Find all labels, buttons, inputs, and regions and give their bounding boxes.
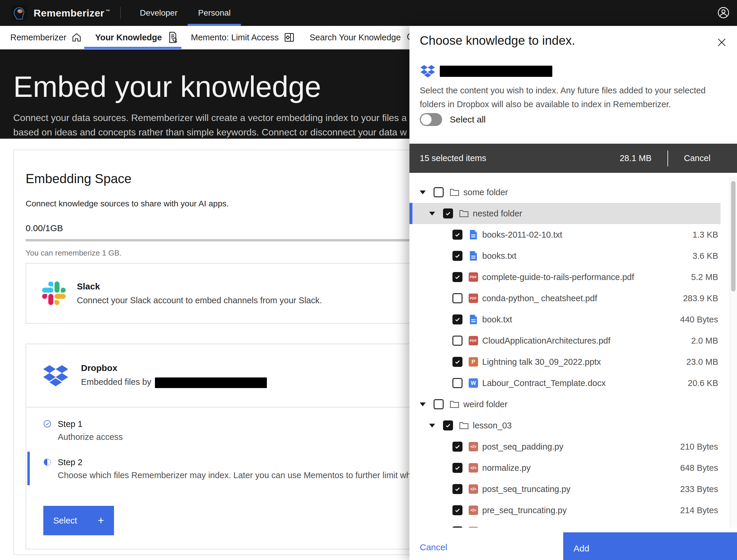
- file-row[interactable]: PLightning talk 30_09_2022.pptx23.0 MB: [410, 351, 721, 372]
- tab-personal[interactable]: Personal: [188, 0, 241, 26]
- redacted-email: [155, 377, 267, 388]
- checkbox[interactable]: [453, 357, 463, 367]
- tab-developer[interactable]: Developer: [130, 0, 188, 26]
- subnav-item-your-knowledge[interactable]: Your Knowledge: [95, 26, 178, 49]
- folder-row[interactable]: nested folder: [410, 203, 721, 224]
- check-icon: [445, 210, 451, 217]
- text-file-icon: [470, 251, 477, 261]
- checkbox[interactable]: [443, 420, 453, 430]
- file-name: post_seq_truncating.py: [482, 484, 571, 494]
- file-name: complete-guide-to-rails-performance.pdf: [482, 272, 634, 282]
- checkbox[interactable]: [453, 314, 463, 324]
- checkbox[interactable]: [453, 336, 463, 346]
- check-icon: [454, 465, 461, 471]
- file-row[interactable]: </>normalize.py648 Bytes: [410, 457, 721, 478]
- file-row[interactable]: PDFcomplete-guide-to-rails-performance.p…: [410, 266, 721, 288]
- folder-row[interactable]: weird folder: [410, 394, 721, 415]
- select-all-row: Select all: [420, 113, 486, 126]
- checkbox[interactable]: [453, 484, 463, 494]
- file-row[interactable]: </>post_seq_truncating.py233 Bytes: [410, 478, 721, 500]
- folder-icon: [459, 422, 469, 430]
- file-row[interactable]: books.txt3.6 KB: [410, 245, 721, 266]
- file-name: post_seq_padding.py: [482, 442, 564, 452]
- caret-down-icon[interactable]: [420, 190, 426, 194]
- account-icon[interactable]: [717, 6, 730, 19]
- file-row[interactable]: books-2011-02-10.txt1.3 KB: [410, 224, 721, 245]
- slack-title: Slack: [77, 281, 322, 291]
- checkbox[interactable]: [453, 442, 463, 452]
- subnav-label: Your Knowledge: [95, 33, 162, 42]
- subnav-label: Rememberizer: [10, 33, 66, 42]
- pdf-file-icon: PDF: [469, 294, 478, 303]
- caret-down-icon[interactable]: [420, 402, 426, 406]
- file-row[interactable]: PDFCloudApplicationArchitectures.pdf2.0 …: [410, 330, 721, 351]
- checkbox[interactable]: [434, 187, 444, 197]
- memento-icon: [283, 32, 295, 43]
- folder-icon: [450, 188, 459, 196]
- checkbox[interactable]: [453, 230, 463, 240]
- selection-cancel-button[interactable]: Cancel: [684, 153, 711, 163]
- file-name: pre_seq_truncating.py: [482, 506, 567, 515]
- select-button-label: Select: [53, 516, 77, 526]
- file-size: 233 Bytes: [680, 484, 718, 494]
- selected-count: 15 selected items: [420, 153, 486, 163]
- folder-name: weird folder: [463, 400, 508, 409]
- select-files-button[interactable]: Select +: [43, 506, 114, 535]
- checkbox[interactable]: [453, 251, 463, 261]
- file-size: 5.2 MB: [691, 272, 718, 282]
- checkbox[interactable]: [434, 399, 444, 409]
- step-1-label: Step 1: [58, 419, 123, 429]
- checkbox[interactable]: [453, 293, 463, 303]
- drawer-title: Choose knowledge to index.: [420, 34, 575, 48]
- caret-down-icon[interactable]: [429, 212, 435, 216]
- folder-name: lesson_03: [473, 421, 512, 430]
- caret-down-icon[interactable]: [429, 424, 435, 428]
- code-file-icon: </>: [469, 506, 478, 515]
- scrollbar-thumb[interactable]: [731, 181, 736, 291]
- subnav-label: Memento: Limit Access: [191, 33, 279, 42]
- folder-icon: [459, 210, 469, 218]
- close-icon[interactable]: [716, 37, 727, 48]
- file-name: CloudApplicationArchitectures.pdf: [482, 336, 610, 346]
- subnav-label: Search Your Knowledge: [309, 33, 401, 42]
- check-icon: [454, 231, 461, 238]
- drawer-cancel-button[interactable]: Cancel: [420, 542, 447, 552]
- select-all-toggle[interactable]: [420, 113, 442, 126]
- add-button[interactable]: Add: [563, 532, 737, 560]
- slack-icon: [42, 281, 66, 305]
- subnav-item-search[interactable]: Search Your Knowledge: [309, 26, 418, 49]
- file-size: 648 Bytes: [680, 463, 718, 473]
- check-icon: [454, 253, 461, 259]
- drawer-description: Select the content you wish to index. An…: [420, 84, 705, 111]
- file-name: normalize.py: [482, 463, 531, 473]
- checkbox[interactable]: [443, 208, 453, 218]
- file-row[interactable]: </>post_seq_padding.py210 Bytes: [410, 436, 721, 457]
- file-row[interactable]: </>: [410, 521, 721, 528]
- selection-bar-divider: [668, 150, 668, 166]
- file-size: 2.0 MB: [691, 336, 718, 346]
- file-row[interactable]: book.txt440 Bytes: [410, 309, 721, 330]
- file-row[interactable]: </>pre_seq_truncating.py214 Bytes: [410, 500, 721, 521]
- brand-title: Rememberizer™: [34, 7, 110, 19]
- text-file-icon: [470, 315, 477, 324]
- home-icon: [71, 32, 82, 43]
- top-tabs: Developer Personal: [130, 0, 241, 26]
- active-step-indicator-bar: [27, 452, 30, 485]
- checkbox[interactable]: [453, 378, 463, 388]
- file-row[interactable]: PDFconda-python_ cheatsheet.pdf283.9 KB: [410, 288, 721, 309]
- code-file-icon: </>: [469, 442, 478, 451]
- subnav-item-memento[interactable]: Memento: Limit Access: [191, 26, 295, 49]
- folder-icon: [450, 400, 459, 408]
- folder-row[interactable]: some folder: [410, 182, 721, 203]
- active-tab-underline: [84, 47, 181, 49]
- check-icon: [454, 274, 461, 280]
- step-2-label: Step 2: [58, 457, 423, 468]
- file-name: book.txt: [482, 315, 512, 324]
- folder-row[interactable]: lesson_03: [410, 415, 721, 436]
- file-row[interactable]: WLabour_Contract_Template.docx20.6 KB: [410, 372, 721, 394]
- checkbox[interactable]: [453, 505, 463, 515]
- subnav-item-rememberizer[interactable]: Rememberizer: [10, 26, 82, 49]
- checkbox[interactable]: [453, 272, 463, 282]
- rememberizer-logo: [11, 5, 28, 21]
- checkbox[interactable]: [453, 463, 463, 473]
